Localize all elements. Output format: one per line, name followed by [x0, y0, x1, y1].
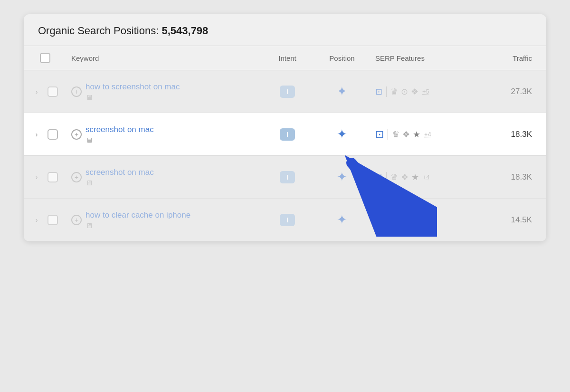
tag-icon-1: 🖥: [86, 93, 180, 101]
traffic-cell-4: 14.5K: [494, 215, 546, 225]
row-checkbox-1[interactable]: [48, 86, 58, 97]
row-checkbox-4[interactable]: [48, 215, 58, 225]
serp-diamond-icon-1: ❖: [411, 86, 418, 97]
serp-link-icon-1: ⊙: [401, 86, 408, 97]
row-left-3: ›: [24, 172, 66, 182]
traffic-value-4: 14.5K: [511, 215, 532, 224]
serp-link-icon-4: ⊙: [401, 215, 408, 225]
serp-cell-3: ⊡ ♛ ❖ ★ +4: [370, 172, 494, 182]
keyword-table: Keyword Intent Position SERP Features Tr…: [24, 46, 546, 241]
keyword-cell-1: + how to screenshot on mac 🖥: [66, 82, 261, 102]
serp-diamond-icon-2: ❖: [402, 129, 410, 140]
column-header-traffic: Traffic: [494, 54, 546, 62]
serp-cell-4: ⊡ ♛ ⊙ ❖ +5: [370, 215, 494, 225]
header: Organic Search Positions: 5,543,798: [24, 14, 546, 46]
serp-plus-2: +4: [424, 131, 431, 138]
serp-plus-4: +5: [422, 216, 429, 223]
row-left-1: ›: [24, 86, 66, 97]
keyword-link-3[interactable]: screenshot on mac: [86, 167, 154, 178]
serp-crown-icon-4: ♛: [390, 215, 398, 225]
column-header-row: Keyword Intent Position SERP Features Tr…: [24, 46, 546, 70]
serp-cell-2: ⊡ ♛ ❖ ★ +4: [370, 128, 494, 141]
traffic-value-3: 18.3K: [511, 172, 532, 182]
intent-badge-4: I: [280, 214, 295, 226]
serp-image-icon-2[interactable]: ⊡: [375, 128, 384, 141]
column-header-intent: Intent: [261, 54, 314, 62]
position-icon-1: ✦: [337, 84, 347, 98]
header-label: Organic Search Positions:: [38, 25, 159, 37]
keyword-link-4[interactable]: how to clear cache on iphone: [86, 210, 190, 221]
keyword-text-1: how to screenshot on mac 🖥: [86, 82, 180, 102]
serp-crown-icon-1: ♛: [390, 86, 398, 97]
keyword-cell-4: + how to clear cache on iphone 🖥: [66, 210, 261, 230]
row-left-4: ›: [24, 215, 66, 225]
expand-chevron-3[interactable]: ›: [32, 173, 41, 181]
position-cell-4: ✦: [314, 212, 370, 227]
row-checkbox-3[interactable]: [48, 172, 58, 182]
column-header-keyword: Keyword: [66, 54, 261, 62]
serp-image-icon-3: ⊡: [375, 172, 382, 182]
keyword-link-2[interactable]: screenshot on mac: [86, 124, 154, 135]
intent-cell-1: I: [261, 86, 314, 98]
row-left-2: ›: [24, 129, 66, 140]
add-keyword-icon-1[interactable]: +: [71, 86, 82, 97]
keyword-text-4: how to clear cache on iphone 🖥: [86, 210, 190, 230]
serp-image-icon-1: ⊡: [375, 86, 382, 97]
position-icon-4: ✦: [337, 212, 347, 227]
position-icon-2: ✦: [337, 127, 347, 141]
tag-icon-2: 🖥: [86, 136, 154, 144]
intent-badge-3: I: [280, 171, 295, 183]
expand-chevron-2[interactable]: ›: [32, 131, 41, 138]
intent-badge-1: I: [280, 86, 295, 98]
position-cell-1: ✦: [314, 84, 370, 99]
serp-crown-icon-3: ♛: [390, 172, 398, 182]
serp-diamond-icon-4: ❖: [411, 215, 418, 225]
add-keyword-icon-3[interactable]: +: [71, 172, 82, 182]
select-all-checkbox[interactable]: [40, 53, 50, 63]
main-container: Organic Search Positions: 5,543,798 Keyw…: [24, 14, 546, 241]
serp-crown-icon-2: ♛: [392, 129, 399, 140]
serp-divider-3: [386, 172, 387, 182]
expand-chevron-4[interactable]: ›: [32, 216, 41, 224]
add-keyword-icon-4[interactable]: +: [71, 215, 82, 225]
row-checkbox-2[interactable]: [48, 129, 58, 140]
serp-cell-1: ⊡ ♛ ⊙ ❖ +5: [370, 86, 494, 97]
position-icon-3: ✦: [337, 170, 347, 184]
intent-cell-4: I: [261, 214, 314, 226]
serp-star-icon-2: ★: [413, 129, 420, 140]
position-cell-2: ✦: [314, 127, 370, 142]
serp-star-icon-3: ★: [411, 172, 419, 182]
column-header-position: Position: [314, 54, 370, 62]
table-row: › + how to screenshot on mac 🖥 I ✦ ⊡ ♛: [24, 70, 546, 113]
traffic-cell-2: 18.3K: [494, 130, 546, 139]
serp-image-icon-4: ⊡: [375, 215, 382, 225]
table-row: › + screenshot on mac 🖥 I ✦ ⊡ ♛ ❖: [24, 156, 546, 199]
intent-cell-3: I: [261, 171, 314, 183]
position-cell-3: ✦: [314, 170, 370, 184]
serp-plus-1: +5: [422, 88, 429, 95]
serp-diamond-icon-3: ❖: [401, 172, 408, 182]
table-row: › + how to clear cache on iphone 🖥 I ✦ ⊡…: [24, 199, 546, 241]
keyword-text-3: screenshot on mac 🖥: [86, 167, 154, 187]
keyword-cell-2: + screenshot on mac 🖥: [66, 124, 261, 144]
keyword-link-1[interactable]: how to screenshot on mac: [86, 82, 180, 93]
header-count: 5,543,798: [162, 25, 208, 37]
traffic-value-1: 27.3K: [511, 87, 532, 96]
add-keyword-icon-2[interactable]: +: [71, 129, 82, 140]
traffic-cell-1: 27.3K: [494, 87, 546, 96]
column-header-serp: SERP Features: [370, 54, 494, 62]
traffic-cell-3: 18.3K: [494, 172, 546, 182]
tag-icon-3: 🖥: [86, 179, 154, 187]
keyword-cell-3: + screenshot on mac 🖥: [66, 167, 261, 187]
tag-icon-4: 🖥: [86, 221, 190, 229]
serp-divider-2: [388, 129, 388, 140]
serp-divider-1: [386, 86, 387, 97]
traffic-value-2: 18.3K: [511, 130, 532, 139]
serp-plus-3: +4: [423, 173, 430, 181]
intent-cell-2: I: [261, 128, 314, 141]
expand-chevron-1[interactable]: ›: [32, 88, 41, 96]
keyword-text-2: screenshot on mac 🖥: [86, 124, 154, 144]
intent-badge-2: I: [280, 128, 295, 141]
serp-divider-4: [386, 215, 387, 225]
table-row: › + screenshot on mac 🖥 I ✦ ⊡ ♛ ❖: [24, 113, 546, 156]
